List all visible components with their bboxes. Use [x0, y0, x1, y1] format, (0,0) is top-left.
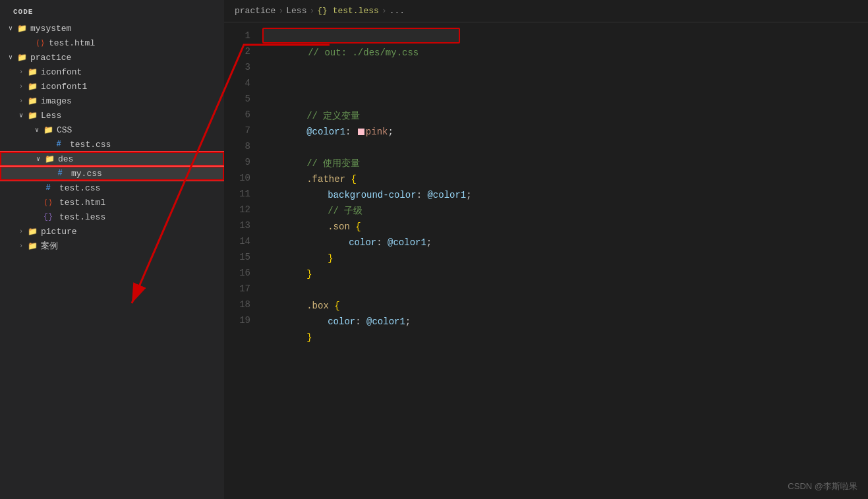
sidebar-item-label: des — [58, 154, 73, 164]
editor: practice › Less › {} test.less › ... 1 2… — [224, 0, 868, 499]
sidebar-item-label: mysystem — [30, 24, 71, 34]
pink-swatch — [358, 129, 364, 135]
sidebar-item-test-html-mysystem[interactable]: ⟨⟩ test.html — [0, 36, 224, 50]
comment-child: // 子级 — [328, 206, 362, 216]
comment-out: // out: ./des/my.css — [308, 47, 419, 58]
var-color1-ref: @color1 — [427, 190, 466, 200]
brace-close-box: } — [306, 332, 312, 343]
watermark: CSDN @李斯啦果 — [788, 481, 857, 492]
css-icon: # — [54, 169, 66, 178]
chevron-icon: › — [16, 83, 26, 90]
code-line-19 — [262, 345, 868, 361]
colon: : — [345, 127, 357, 137]
chevron-icon: › — [16, 228, 26, 235]
chevron-icon: › — [16, 243, 26, 250]
var-color1: @color1 — [306, 127, 345, 137]
breadcrumb-sep1: › — [278, 6, 283, 16]
sidebar-item-des[interactable]: ∨ 📁 des — [0, 152, 224, 166]
sidebar-item-mysystem[interactable]: ∨ 📁 mysystem — [0, 21, 224, 36]
css-icon: # — [42, 183, 54, 192]
comment-use: // 使用变量 — [306, 158, 360, 169]
chevron-icon: › — [16, 98, 26, 105]
code-line-6: // 使用变量 — [262, 140, 868, 156]
var-color1-box: @color1 — [366, 316, 405, 327]
code-line-15: .box { — [262, 282, 868, 298]
sidebar-title: CODE — [0, 0, 224, 21]
sidebar-item-iconfont[interactable]: › 📁 iconfont — [0, 65, 224, 79]
sidebar-item-anli[interactable]: › 📁 案例 — [0, 239, 224, 253]
sidebar-item-test-css-1[interactable]: # test.css — [0, 137, 224, 152]
sidebar-item-picture[interactable]: › 📁 picture — [0, 224, 224, 239]
folder-icon: 📁 — [26, 96, 38, 106]
chevron-icon: ∨ — [5, 24, 16, 32]
code-line-2 — [262, 76, 868, 92]
brace-open-box: { — [334, 301, 339, 311]
folder-open-icon: 📁 — [16, 24, 28, 34]
breadcrumb: practice › Less › {} test.less › ... — [224, 0, 868, 22]
code-line-14 — [262, 266, 868, 282]
sidebar-item-label: picture — [41, 227, 77, 237]
chevron-icon: ∨ — [33, 155, 43, 163]
sidebar-item-label: test.html — [49, 38, 95, 48]
code-content[interactable]: // out: ./des/my.css // 定义变量 @color1: pi… — [257, 22, 868, 499]
selector-father: .father — [306, 174, 345, 185]
brace-open-son: { — [355, 221, 361, 232]
sidebar-item-label: test.less — [59, 212, 105, 222]
sidebar-item-test-html-less[interactable]: ⟨⟩ test.html — [0, 195, 224, 210]
sidebar-item-less[interactable]: ∨ 📁 Less — [0, 108, 224, 123]
sidebar-item-my-css[interactable]: # my.css — [0, 166, 224, 181]
code-area: 1 2 3 4 5 6 7 8 9 10 11 12 13 14 15 16 1… — [224, 22, 868, 499]
folder-open-icon: 📁 — [42, 125, 54, 135]
sidebar-item-test-less[interactable]: {} test.less — [0, 210, 224, 224]
breadcrumb-testless: {} test.less — [317, 6, 379, 16]
sidebar-item-label: practice — [30, 53, 71, 63]
folder-open-icon: 📁 — [16, 53, 28, 63]
sidebar-item-label: test.html — [59, 198, 105, 208]
brace-open: { — [351, 174, 356, 185]
sidebar-item-label: my.css — [71, 169, 102, 179]
breadcrumb-ellipsis: ... — [390, 6, 405, 16]
sidebar-item-label: 案例 — [41, 240, 58, 252]
sidebar-item-label: Less — [41, 111, 61, 121]
breadcrumb-sep3: › — [382, 6, 387, 16]
html-icon: ⟨⟩ — [34, 38, 46, 48]
chevron-icon: ∨ — [32, 126, 42, 134]
var-color1-son: @color1 — [388, 237, 426, 248]
sidebar-item-iconfont1[interactable]: › 📁 iconfont1 — [0, 79, 224, 94]
breadcrumb-sep2: › — [309, 6, 314, 16]
prop-bg-color: background-color — [328, 190, 416, 200]
chevron-icon: ∨ — [16, 111, 26, 119]
sidebar-item-label: test.css — [70, 140, 111, 150]
prop-color-box: color — [328, 316, 355, 327]
folder-icon: 📁 — [26, 67, 38, 77]
html-icon: ⟨⟩ — [42, 198, 54, 208]
sidebar-item-label: test.css — [59, 183, 100, 193]
line-numbers: 1 2 3 4 5 6 7 8 9 10 11 12 13 14 15 16 1… — [224, 22, 257, 499]
sidebar-item-label: iconfont — [41, 67, 82, 77]
chevron-icon: ∨ — [5, 53, 16, 61]
sidebar-item-test-css-2[interactable]: # test.css — [0, 181, 224, 195]
folder-icon: 📁 — [26, 227, 38, 237]
sidebar-item-label: images — [41, 96, 72, 106]
breadcrumb-less: Less — [286, 6, 306, 16]
sidebar-item-css[interactable]: ∨ 📁 CSS — [0, 123, 224, 137]
code-line-13: } — [262, 250, 868, 266]
chevron-icon: › — [16, 69, 26, 76]
less-icon: {} — [42, 212, 54, 221]
pink-value: pink — [366, 127, 388, 137]
code-line-3: // 定义变量 — [262, 92, 868, 108]
folder-icon: 📁 — [26, 241, 38, 251]
sidebar-item-label: CSS — [57, 125, 72, 135]
sidebar-item-practice[interactable]: ∨ 📁 practice — [0, 50, 224, 65]
folder-icon: 📁 — [26, 82, 38, 92]
code-line-18 — [262, 330, 868, 345]
css-icon: # — [53, 140, 65, 149]
sidebar: CODE ∨ 📁 mysystem ⟨⟩ test.html ∨ 📁 pract… — [0, 0, 224, 499]
semi: ; — [388, 127, 393, 137]
sidebar-item-images[interactable]: › 📁 images — [0, 94, 224, 108]
prop-color-son: color — [349, 237, 376, 248]
brace-close-father: } — [306, 269, 312, 279]
folder-open-icon: 📁 — [43, 154, 55, 164]
sidebar-item-label: iconfont1 — [41, 82, 87, 92]
breadcrumb-practice: practice — [235, 6, 275, 16]
